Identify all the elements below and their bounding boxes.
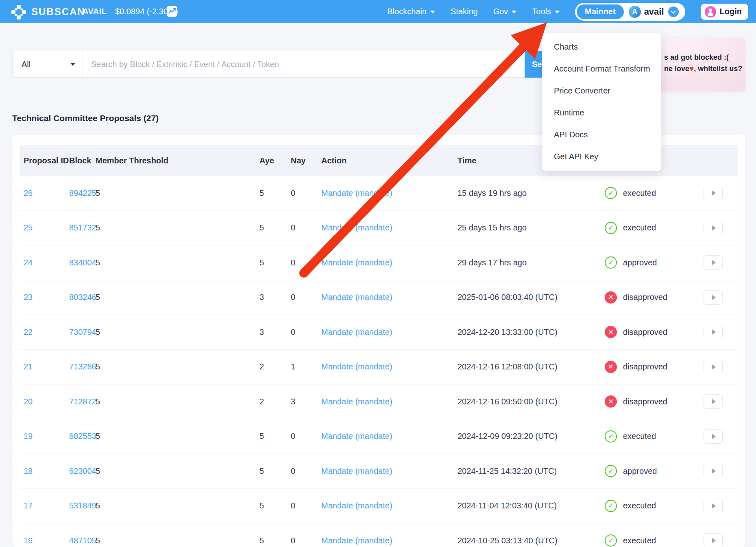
aye-value: 5 (259, 536, 264, 545)
proposal-id-link[interactable]: 19 (24, 432, 33, 441)
proposal-id-link[interactable]: 25 (24, 223, 33, 232)
block-link[interactable]: 834004 (69, 258, 96, 267)
block-link[interactable]: 682553 (69, 432, 96, 441)
check-circle-icon: ✓ (605, 256, 617, 269)
search-filter-select[interactable]: All (13, 51, 83, 77)
block-link[interactable]: 803246 (69, 293, 96, 302)
action-link[interactable]: Mandate (mandate) (321, 536, 392, 545)
action-link[interactable]: Mandate (mandate) (321, 328, 392, 336)
menu-item-price-converter[interactable]: Price Converter (542, 80, 661, 102)
status-label: disapproved (623, 328, 667, 337)
member-threshold-value: 5 (96, 432, 100, 441)
action-link[interactable]: Mandate (mandate) (321, 293, 392, 302)
block-link[interactable]: 851732 (69, 223, 96, 232)
search-filter-value: All (22, 60, 31, 69)
nav-blockchain[interactable]: Blockchain (387, 7, 435, 16)
login-button[interactable]: Login (701, 4, 748, 20)
user-icon (705, 6, 716, 17)
proposal-id-link[interactable]: 26 (24, 189, 33, 198)
row-detail-button[interactable] (704, 325, 723, 339)
status-badge: ✓approved (605, 465, 704, 477)
menu-item-get-api-key[interactable]: Get API Key (542, 145, 661, 167)
row-detail-button[interactable] (704, 360, 723, 374)
main-nav: BlockchainStakingGovTools (387, 7, 575, 16)
member-threshold-value: 5 (96, 189, 100, 198)
status-badge: ✕disapproved (605, 291, 704, 304)
token-symbol: AVAIL (83, 7, 107, 16)
nav-staking[interactable]: Staking (451, 7, 478, 16)
row-detail-button[interactable] (704, 533, 723, 547)
check-circle-icon: ✓ (605, 500, 617, 512)
proposal-id-link[interactable]: 17 (24, 501, 33, 510)
time-value: 2024-12-16 12:08:00 (UTC) (458, 362, 558, 371)
play-triangle-icon (712, 260, 716, 265)
status-label: approved (623, 258, 657, 267)
proposals-card: Proposal IDBlockMember ThresholdAyeNayAc… (12, 135, 745, 547)
block-link[interactable]: 713286 (69, 362, 96, 371)
action-link[interactable]: Mandate (mandate) (321, 362, 392, 371)
row-detail-button[interactable] (704, 499, 723, 513)
chevron-down-icon (430, 11, 435, 13)
row-detail-button[interactable] (704, 464, 723, 478)
menu-item-runtime[interactable]: Runtime (542, 102, 661, 124)
search-bar: All (12, 51, 525, 78)
row-detail-button[interactable] (704, 255, 723, 270)
status-label: executed (623, 536, 656, 545)
proposal-id-link[interactable]: 16 (24, 536, 33, 545)
table-row: 26894225550Mandate (mandate)15 days 19 h… (20, 176, 738, 211)
member-threshold-value: 5 (96, 293, 100, 302)
network-name: avail (644, 7, 664, 17)
price-chart-icon[interactable] (167, 6, 177, 17)
nav-label: Tools (532, 7, 551, 16)
row-detail-button[interactable] (704, 290, 723, 305)
action-link[interactable]: Mandate (mandate) (321, 397, 392, 406)
action-link[interactable]: Mandate (mandate) (321, 467, 392, 475)
menu-item-charts[interactable]: Charts (542, 36, 661, 58)
block-link[interactable]: 531849 (69, 501, 96, 510)
proposal-id-link[interactable]: 23 (24, 293, 33, 302)
block-link[interactable]: 487105 (69, 536, 96, 545)
member-threshold-value: 5 (96, 501, 100, 510)
chevron-down-circle-icon[interactable] (668, 7, 679, 17)
time-value: 29 days 17 hrs ago (458, 258, 527, 267)
check-circle-icon: ✓ (605, 187, 617, 199)
proposal-id-link[interactable]: 20 (24, 397, 33, 406)
row-detail-button[interactable] (704, 394, 723, 409)
status-label: executed (623, 189, 656, 198)
aye-value: 5 (259, 501, 264, 510)
brand[interactable]: SUBSCAN (11, 0, 85, 23)
row-detail-button[interactable] (704, 221, 723, 235)
block-link[interactable]: 623004 (69, 467, 96, 475)
member-threshold-value: 5 (96, 467, 100, 475)
network-selector[interactable]: A avail (624, 6, 684, 18)
block-link[interactable]: 712872 (69, 397, 96, 406)
search-input[interactable] (83, 60, 525, 69)
action-link[interactable]: Mandate (mandate) (321, 223, 392, 232)
mainnet-button[interactable]: Mainnet (577, 4, 624, 19)
row-detail-button[interactable] (704, 186, 723, 200)
play-triangle-icon (712, 399, 716, 404)
action-link[interactable]: Mandate (mandate) (321, 189, 392, 198)
aye-value: 2 (259, 397, 264, 406)
page-title: Technical Committee Proposals (27) (12, 113, 159, 123)
action-link[interactable]: Mandate (mandate) (321, 432, 392, 441)
adblock-line1: s ad got blocked :( (664, 52, 745, 63)
table-row: 23803246530Mandate (mandate)2025-01-06 0… (20, 280, 738, 315)
proposal-id-link[interactable]: 22 (24, 328, 33, 336)
menu-item-account-format-transform[interactable]: Account Format Transform (542, 58, 661, 80)
action-link[interactable]: Mandate (mandate) (321, 501, 392, 510)
time-value: 15 days 19 hrs ago (458, 189, 527, 198)
proposal-id-link[interactable]: 24 (24, 258, 33, 267)
block-link[interactable]: 894225 (69, 189, 96, 198)
status-badge: ✓executed (605, 187, 704, 199)
member-threshold-value: 5 (96, 258, 100, 267)
row-detail-button[interactable] (704, 429, 723, 444)
nav-tools[interactable]: Tools (532, 7, 560, 16)
proposal-id-link[interactable]: 21 (24, 362, 33, 371)
block-link[interactable]: 730794 (69, 328, 96, 336)
action-link[interactable]: Mandate (mandate) (321, 258, 392, 267)
proposal-id-link[interactable]: 18 (24, 467, 33, 475)
nav-gov[interactable]: Gov (493, 7, 517, 16)
check-circle-icon: ✓ (605, 222, 617, 234)
menu-item-api-docs[interactable]: API Docs (542, 124, 661, 145)
